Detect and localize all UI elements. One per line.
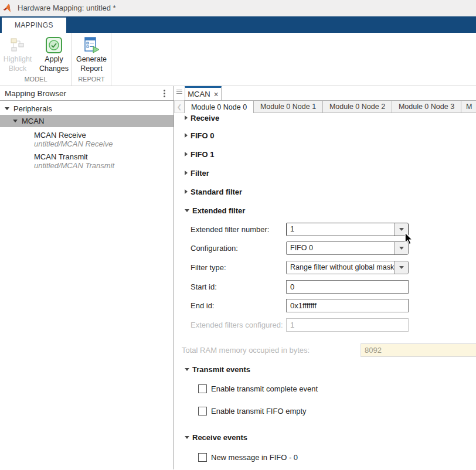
tree-leaf-mcan-receive[interactable]: MCAN Receive untitled/MCAN Receive <box>0 131 174 149</box>
total-ram-input <box>361 343 476 357</box>
report-group-label: REPORT <box>72 76 111 86</box>
apply-changes-icon <box>45 35 63 55</box>
peripherals-tree: Peripherals MCAN MCAN Receive untitled/M… <box>0 101 174 469</box>
chevron-down-icon <box>185 368 189 371</box>
end-id-input[interactable] <box>286 299 409 312</box>
filter-type-label: Filter type: <box>191 263 226 272</box>
section-transmit-events[interactable]: Transmit events <box>174 363 476 375</box>
field-row-extended-filters-configured: Extended filters configured: <box>174 318 476 332</box>
chevron-right-icon <box>185 189 188 194</box>
tab-scroll-left-icon[interactable]: ❮ <box>174 100 185 113</box>
editor-panel: MCAN × ❮ Module 0 Node 0 Module 0 Node 1… <box>174 86 476 469</box>
end-id-label: End id: <box>191 301 214 310</box>
checkbox-row-rx-new-message: New message in FIFO - 0 <box>174 451 476 464</box>
configuration-label: Configuration: <box>191 244 238 253</box>
tx-complete-label: Enable transmit complete event <box>211 384 318 393</box>
document-tab-bar: MCAN × <box>174 86 476 100</box>
caret-down-icon <box>399 266 404 269</box>
rx-new-message-checkbox[interactable] <box>198 453 207 462</box>
chevron-right-icon <box>185 115 188 120</box>
panel-menu-icon[interactable] <box>160 88 169 99</box>
field-row-total-ram: Total RAM memory occupied in bytes: <box>174 343 476 357</box>
tree-leaf-mcan-transmit[interactable]: MCAN Transmit untitled/MCAN Transmit <box>0 153 174 171</box>
node-tab-bar: ❮ Module 0 Node 0 Module 0 Node 1 Module… <box>174 100 476 113</box>
tab-module0-node3[interactable]: Module 0 Node 3 <box>392 100 461 113</box>
chevron-down-icon <box>5 107 9 110</box>
tab-module0-node2[interactable]: Module 0 Node 2 <box>322 100 392 113</box>
tree-node-peripherals[interactable]: Peripherals <box>0 103 174 115</box>
field-row-filter-type: Filter type: Range filter without global… <box>174 260 476 274</box>
chevron-right-icon <box>185 171 188 175</box>
apply-changes-button[interactable]: Apply Changes <box>37 35 71 76</box>
checkbox-row-tx-complete: Enable transmit complete event <box>174 382 476 395</box>
tx-complete-checkbox[interactable] <box>198 384 207 393</box>
section-fifo0[interactable]: FIFO 0 <box>174 130 476 141</box>
total-ram-label: Total RAM memory occupied in bytes: <box>182 346 310 355</box>
ribbon-tab-strip: MAPPINGS <box>0 16 476 33</box>
extended-filters-configured-label: Extended filters configured: <box>191 321 283 329</box>
chevron-down-icon <box>185 209 189 212</box>
field-row-start-id: Start id: <box>174 280 476 294</box>
toolbar-group-report: Generate Report REPORT <box>72 33 111 86</box>
section-extended-filter[interactable]: Extended filter <box>174 205 476 216</box>
tab-mappings[interactable]: MAPPINGS <box>2 18 66 33</box>
window-title: Hardware Mapping: untitled * <box>18 4 116 12</box>
extended-filter-number-label: Extended filter number: <box>191 225 269 234</box>
section-fifo1[interactable]: FIFO 1 <box>174 148 476 160</box>
chevron-down-icon <box>13 120 18 122</box>
title-bar: Hardware Mapping: untitled * <box>0 0 476 16</box>
section-receive-events[interactable]: Receive events <box>174 431 476 443</box>
dropdown-arrow-button[interactable] <box>394 223 408 236</box>
filter-type-dropdown[interactable]: Range filter without global mask <box>286 261 409 274</box>
field-row-end-id: End id: <box>174 298 476 312</box>
mapping-browser-header: Mapping Browser <box>0 86 174 101</box>
matlab-logo-icon <box>3 3 13 13</box>
close-icon[interactable]: × <box>214 90 219 98</box>
highlight-block-icon <box>9 35 26 55</box>
tab-module0-node1[interactable]: Module 0 Node 1 <box>253 100 323 113</box>
toolbar-group-model: Highlight Block Apply Changes MODEL <box>0 33 72 86</box>
settings-pane: Receive FIFO 0 FIFO 1 Filter Standard fi… <box>174 113 476 469</box>
caret-down-icon <box>399 247 404 250</box>
chevron-down-icon <box>185 436 189 439</box>
field-row-configuration: Configuration: FIFO 0 <box>174 241 476 255</box>
section-receive[interactable]: Receive <box>174 113 476 122</box>
dropdown-arrow-button[interactable] <box>394 242 408 254</box>
generate-report-label: Generate Report <box>74 55 108 73</box>
mapping-browser-title: Mapping Browser <box>5 89 160 98</box>
doc-tab-mcan[interactable]: MCAN × <box>185 86 222 100</box>
highlight-block-label: Highlight Block <box>1 55 35 73</box>
dropdown-arrow-button[interactable] <box>394 261 408 274</box>
extended-filters-configured-input <box>286 318 409 332</box>
tx-fifo-empty-label: Enable transmit FIFO empty <box>211 407 307 415</box>
tab-module-partial[interactable]: M <box>461 100 476 113</box>
chevron-right-icon <box>185 133 188 138</box>
toolbar: Highlight Block Apply Changes MODEL <box>0 33 476 86</box>
section-standard-filter[interactable]: Standard filter <box>174 186 476 197</box>
highlight-block-button: Highlight Block <box>1 35 35 76</box>
start-id-input[interactable] <box>286 280 409 294</box>
apply-changes-label: Apply Changes <box>37 55 71 73</box>
tx-fifo-empty-checkbox[interactable] <box>198 407 207 415</box>
splitter-grip-icon[interactable] <box>174 86 185 100</box>
extended-filter-number-dropdown[interactable]: 1 <box>286 223 409 236</box>
generate-report-button[interactable]: Generate Report <box>74 35 108 76</box>
tree-node-mcan[interactable]: MCAN <box>0 115 174 127</box>
start-id-label: Start id: <box>191 282 217 291</box>
mapping-browser-panel: Mapping Browser Peripherals MCAN MCAN Re… <box>0 86 174 469</box>
section-filter[interactable]: Filter <box>174 167 476 179</box>
tab-module0-node0[interactable]: Module 0 Node 0 <box>184 100 254 113</box>
checkbox-row-tx-fifo-empty: Enable transmit FIFO empty <box>174 404 476 417</box>
chevron-right-icon <box>185 152 188 156</box>
field-row-extended-filter-number: Extended filter number: 1 <box>174 222 476 236</box>
caret-down-icon <box>399 228 404 231</box>
model-group-label: MODEL <box>0 76 72 86</box>
configuration-dropdown[interactable]: FIFO 0 <box>286 241 409 255</box>
rx-new-message-label: New message in FIFO - 0 <box>211 453 298 462</box>
generate-report-icon <box>82 35 101 55</box>
